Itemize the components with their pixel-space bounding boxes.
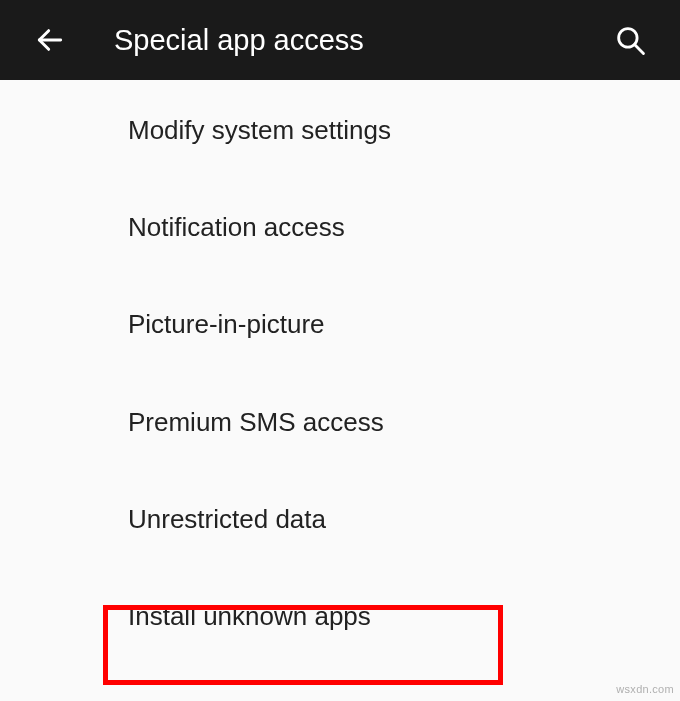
list-item-label: Install unknown apps (128, 601, 371, 631)
list-item-install-unknown-apps[interactable]: Install unknown apps (0, 568, 680, 665)
list-item-label: Picture-in-picture (128, 309, 325, 339)
list-item-label: Unrestricted data (128, 504, 326, 534)
list-item-label: Modify system settings (128, 115, 391, 145)
list-item-unrestricted-data[interactable]: Unrestricted data (0, 471, 680, 568)
settings-list: Modify system settings Notification acce… (0, 80, 680, 665)
list-item-label: Premium SMS access (128, 407, 384, 437)
back-arrow-icon (34, 24, 66, 56)
search-button[interactable] (608, 18, 652, 62)
watermark: wsxdn.com (616, 683, 674, 695)
back-button[interactable] (28, 18, 72, 62)
list-item-notification-access[interactable]: Notification access (0, 179, 680, 276)
list-item-picture-in-picture[interactable]: Picture-in-picture (0, 276, 680, 373)
app-bar: Special app access (0, 0, 680, 80)
list-item-premium-sms-access[interactable]: Premium SMS access (0, 374, 680, 471)
list-item-label: Notification access (128, 212, 345, 242)
list-item-modify-system-settings[interactable]: Modify system settings (0, 82, 680, 179)
page-title: Special app access (114, 24, 608, 57)
svg-line-2 (635, 45, 644, 54)
search-icon (613, 23, 647, 57)
